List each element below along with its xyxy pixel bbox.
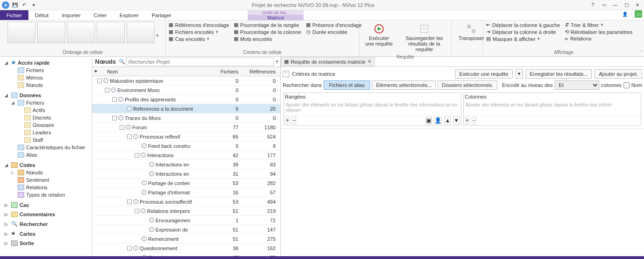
cmd-ref-encodage[interactable]: ▦Références d'encodage <box>167 21 231 28</box>
down-button[interactable]: ▼ <box>453 117 460 124</box>
nav-types[interactable]: Types de relation <box>0 191 92 199</box>
expander-icon[interactable]: - <box>135 209 139 213</box>
expander-icon[interactable]: - <box>97 79 102 83</box>
tab-importer[interactable]: Importer <box>55 10 87 20</box>
files-alias-button[interactable]: Fichiers et alias <box>324 80 370 90</box>
nav-search[interactable]: ▷🔍Rechercher <box>0 220 92 228</box>
shade-thumb[interactable] <box>97 22 125 43</box>
maximize-icon[interactable]: ▢ <box>623 1 630 9</box>
col-fichiers[interactable]: Fichiers <box>209 69 242 74</box>
cmd-mots[interactable]: ▦Mots encodés <box>232 35 303 42</box>
cmd-move-right[interactable]: ⇥Déplacer la colonne à droite <box>484 28 562 35</box>
node-row[interactable]: -Questionnement38162 <box>92 244 280 253</box>
node-row[interactable]: Remerciment51275 <box>92 234 280 244</box>
shade-thumb[interactable] <box>127 22 155 43</box>
node-row[interactable]: Interactions en3983 <box>92 160 280 169</box>
node-row[interactable]: -Interactions42177 <box>92 151 280 160</box>
cmd-mask[interactable]: ▤Masquer & afficher ▾ <box>484 35 562 42</box>
nav-data-fichiers[interactable]: ◢Fichiers <box>0 99 92 106</box>
node-row[interactable]: Partage d'informat1657 <box>92 188 280 197</box>
tab-creer[interactable]: Créer <box>87 10 113 20</box>
nav-codes-noeuds[interactable]: ▷Nœuds <box>0 169 92 176</box>
run-query-dropdown[interactable]: ▾ <box>515 69 523 79</box>
nav-sentiment[interactable]: Sentiment <box>0 176 92 184</box>
user-icon[interactable]: 👤 <box>621 10 629 18</box>
tab-matrice[interactable]: Matrice <box>248 15 304 20</box>
expander-icon[interactable]: - <box>127 246 132 251</box>
node-row[interactable]: Encouragemen172 <box>92 216 280 225</box>
up-button[interactable]: ▲ <box>444 117 451 124</box>
cmd-cas-encodes[interactable]: ▦Cas encodés ▾ <box>167 35 231 42</box>
node-row[interactable]: References a la document620 <box>92 104 280 113</box>
redo-icon[interactable]: ▾ <box>30 1 37 9</box>
nav-data[interactable]: ◢Données <box>0 92 92 99</box>
node-row[interactable]: -Maturation epistemique00 <box>92 76 280 86</box>
cmd-relations[interactable]: ∞Relations <box>563 35 635 42</box>
collapse-icon[interactable]: ˆ <box>283 71 289 77</box>
node-row[interactable]: Expression de51147 <box>92 225 280 234</box>
selected-elements-button[interactable]: Éléments sélectionnés... <box>372 80 436 90</box>
user-button[interactable]: 👤 <box>434 117 442 124</box>
node-row[interactable]: -Environment Mooc00 <box>92 86 280 95</box>
add-col-button[interactable]: + <box>465 117 469 124</box>
selected-folders-button[interactable]: Dossiers sélectionnés. <box>438 80 497 90</box>
node-row[interactable]: -Profils des apprenants00 <box>92 95 280 104</box>
cmd-move-left[interactable]: ⇤Déplacer la colonne à gauche <box>484 21 562 28</box>
nav-staff[interactable]: Staff <box>0 136 92 144</box>
cmd-pct-col[interactable]: ▦Pourcentage de la colonne <box>232 28 303 35</box>
nav-noeuds[interactable]: Nœuds <box>0 81 92 89</box>
nav-output[interactable]: ▷Sortie <box>0 239 92 247</box>
nav-actifs[interactable]: Actifs <box>0 106 92 114</box>
undo-icon[interactable]: ↶ <box>20 1 28 9</box>
col-references[interactable]: Références <box>242 69 280 74</box>
node-row[interactable]: -Processus reflexif65524 <box>92 132 280 141</box>
expander-icon[interactable]: - <box>135 153 139 158</box>
nav-alias[interactable]: Alias <box>0 151 92 159</box>
minimize-icon[interactable]: — <box>611 1 619 9</box>
cmd-sort[interactable]: ⇵Trier & filtrer ▾ <box>563 21 635 28</box>
node-row[interactable]: -Traces du Mooc00 <box>92 113 280 123</box>
expander-icon[interactable]: - <box>105 88 109 93</box>
tab-explorer[interactable]: Explorer <box>113 10 145 20</box>
shade-thumb[interactable] <box>7 22 35 43</box>
toggle-button[interactable]: ▣ <box>426 117 432 124</box>
cmd-execute-query[interactable]: Exécuter une requête <box>360 21 398 48</box>
tab-fichier[interactable]: Fichier <box>0 10 28 20</box>
rows-drop[interactable]: Ajouter des éléments en les faisant glis… <box>284 100 461 115</box>
remove-row-button[interactable]: − <box>292 117 296 124</box>
cmd-pct-row[interactable]: ▦Pourcentage de la rangée <box>232 21 303 28</box>
save-results-button[interactable]: Enregistrer les résultats... <box>526 69 592 79</box>
expander-icon[interactable]: - <box>127 199 132 204</box>
shade-thumb[interactable] <box>67 22 95 43</box>
expander-icon[interactable]: - <box>120 125 124 130</box>
nav-maps[interactable]: ▷✶Cartes <box>0 230 92 238</box>
node-row[interactable]: -Forum771180 <box>92 123 280 132</box>
collapse-ribbon-icon[interactable]: ˇ <box>641 50 642 55</box>
nodes-search-input[interactable] <box>126 58 274 66</box>
encode-select[interactable]: Et <box>555 80 599 90</box>
remove-col-button[interactable]: − <box>472 117 476 124</box>
nav-quick-access[interactable]: ◢★Accès rapide <box>0 59 92 66</box>
nav-comments[interactable]: ▷Commentaires <box>0 211 92 218</box>
pin-icon[interactable]: ✦ <box>92 68 99 74</box>
nav-cas[interactable]: ▷Cas <box>0 201 92 209</box>
shade-thumb[interactable] <box>37 22 65 43</box>
help-icon[interactable]: ? <box>589 1 597 9</box>
nav-relations[interactable]: Relations <box>0 184 92 191</box>
comment-pane-icon[interactable]: ▭ <box>635 10 642 18</box>
expander-icon[interactable]: - <box>112 97 117 102</box>
nav-codes[interactable]: ◢Codes <box>0 161 92 169</box>
cmd-fichiers-encodes[interactable]: ▦Fichiers encodés ▾ <box>167 28 231 35</box>
node-row[interactable]: -Processus socioaffectif53494 <box>92 197 280 206</box>
nav-discrets[interactable]: Discrets <box>0 114 92 121</box>
col-name[interactable]: Nom <box>99 69 209 74</box>
cmd-presence[interactable]: ▦Présence d'encodage <box>304 21 364 28</box>
run-query-button[interactable]: Exécuter une requête <box>455 69 512 79</box>
nav-memos[interactable]: Mémos <box>0 74 92 81</box>
dropdown-icon[interactable]: ▾ <box>276 59 278 65</box>
close-icon[interactable]: ✕ <box>634 1 641 9</box>
tab-partager[interactable]: Partager <box>145 10 178 20</box>
nav-fichiers[interactable]: Fichiers <box>0 66 92 74</box>
node-row[interactable]: Feed back constru58 <box>92 141 280 151</box>
nav-carac[interactable]: Caractéristiques du fichier <box>0 144 92 151</box>
